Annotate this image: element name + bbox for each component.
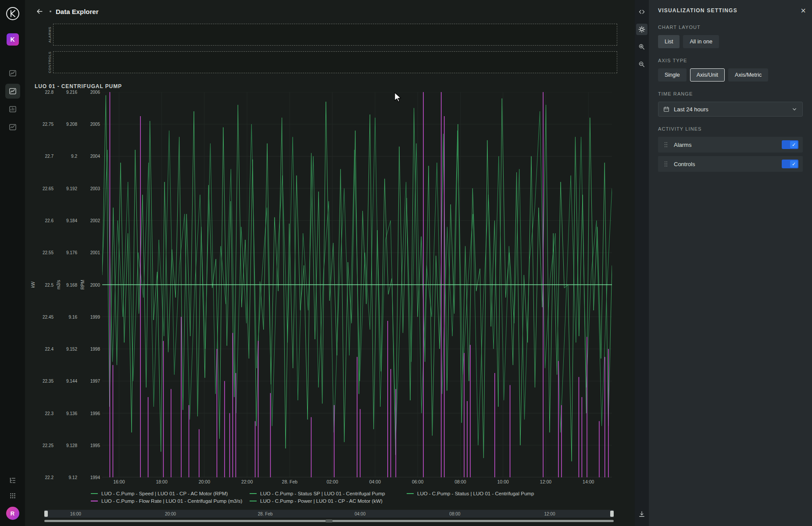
zoom-out-icon[interactable]	[636, 59, 647, 70]
axis-type-axis-metric-button[interactable]: Axis/Metric	[728, 68, 768, 82]
y-tick-label: 22.3	[45, 411, 54, 416]
y-tick-label: 9.208	[66, 122, 77, 127]
y-tick-label: 22.5	[45, 282, 54, 287]
timeline-left-handle[interactable]	[44, 511, 48, 517]
x-tick-label: 16:00	[113, 479, 125, 484]
legend-item[interactable]: LUO - C.Pump - Flow Rate | LUO 01 - Cent…	[91, 497, 250, 505]
y-tick-label: 22.35	[43, 379, 54, 384]
timeline-scrollbar-notch[interactable]	[326, 519, 333, 522]
y-tick-label: 2000	[90, 282, 100, 287]
chart-layout-list-button[interactable]: List	[658, 35, 680, 48]
legend-item[interactable]: LUO - C.Pump - Power | LUO 01 - CP - AC …	[250, 497, 407, 505]
settings-gear-icon[interactable]	[636, 24, 647, 35]
y-tick-label: 9.12	[69, 475, 77, 480]
sidebar-item-chart-1[interactable]	[5, 66, 20, 81]
controls-strip-track[interactable]	[53, 51, 617, 73]
y-tick-label: 9.168	[66, 282, 77, 287]
legend-label: LUO - C.Pump - Speed | LUO 01 - CP - AC …	[101, 491, 228, 496]
y-tick-label: 22.7	[45, 154, 54, 159]
tree-list-icon[interactable]	[8, 476, 17, 485]
activity-row-controls: Controls	[658, 156, 803, 172]
legend-item[interactable]: LUO - C.Pump - Speed | LUO 01 - CP - AC …	[91, 490, 250, 497]
y-tick-label: 2004	[90, 154, 100, 159]
y-tick-label: 9.176	[66, 250, 77, 255]
zoom-in-icon[interactable]	[636, 41, 647, 53]
chart-layout-all-in-one-button[interactable]: All in one	[683, 35, 719, 48]
legend-swatch	[250, 493, 257, 494]
checkbox-check-icon	[790, 141, 798, 148]
y-axis-rpm: RPM 200620052004200320022001200019991998…	[79, 92, 102, 477]
y-tick-label: 22.65	[43, 186, 54, 191]
timeline-tick-label: 28. Feb	[258, 512, 273, 516]
axis-type-axis-unit-button[interactable]: Axis/Unit	[690, 68, 725, 82]
timeline-tick-label: 04:00	[354, 512, 365, 516]
y-tick-label: 22.6	[45, 218, 54, 223]
timeline-right-handle[interactable]	[610, 511, 614, 517]
controls-strip-label: CONTROLS	[48, 49, 52, 75]
user-avatar[interactable]: R	[6, 507, 19, 520]
back-button[interactable]	[34, 6, 45, 17]
left-sidebar: K R	[0, 0, 25, 526]
alarms-strip: ALARMS	[53, 24, 617, 46]
y-tick-label: 9.128	[66, 443, 77, 448]
y-tick-label: 9.2	[71, 154, 77, 159]
alarms-toggle[interactable]	[782, 140, 798, 149]
chart-card: LUO 01 - CENTRIFUGAL PUMP kW 22.822.7522…	[25, 79, 635, 505]
y-tick-label: 9.152	[66, 346, 77, 351]
x-tick-label: 22:00	[241, 479, 253, 484]
timeline-tick-label: 16:00	[70, 512, 81, 516]
timeline-range-bar[interactable]: 16:0020:0028. Feb04:0008:0012:00	[44, 510, 614, 518]
workspace-avatar[interactable]: K	[7, 33, 19, 46]
activity-row-label: Alarms	[674, 142, 691, 148]
x-tick-label: 20:00	[199, 479, 210, 484]
topbar: Data Explorer	[25, 0, 635, 23]
app-logo-icon[interactable]	[5, 6, 20, 21]
legend-item[interactable]: LUO - C.Pump - Status | LUO 01 - Centrif…	[407, 490, 534, 497]
download-icon[interactable]	[636, 508, 647, 520]
close-icon[interactable]	[801, 6, 806, 15]
legend-item[interactable]: LUO - C.Pump - Status SP | LUO 01 - Cent…	[250, 490, 407, 497]
activity-lines-label: ACTIVITY LINES	[658, 126, 803, 132]
activity-row-alarms: Alarms	[658, 137, 803, 153]
x-tick-label: 10:00	[497, 479, 509, 484]
y-tick-label: 9.136	[66, 411, 77, 416]
y-tick-label: 9.16	[69, 314, 77, 319]
chart-title: LUO 01 - CENTRIFUGAL PUMP	[35, 83, 635, 89]
chart-legend: LUO - C.Pump - Speed | LUO 01 - CP - AC …	[91, 490, 635, 505]
controls-toggle[interactable]	[782, 160, 798, 168]
sidebar-item-chart-2-active[interactable]	[5, 84, 20, 99]
activity-strips: ALARMS CONTROLS	[25, 23, 635, 79]
collapse-panel-icon[interactable]	[636, 6, 647, 18]
y-tick-label: 22.8	[45, 90, 54, 95]
axis-type-section: AXIS TYPE Single Axis/Unit Axis/Metric	[649, 58, 812, 82]
y-tick-label: 1994	[90, 475, 100, 480]
legend-swatch	[91, 501, 98, 501]
sidebar-item-chart-3[interactable]	[5, 102, 20, 117]
x-tick-label: 06:00	[412, 479, 423, 484]
calendar-icon	[663, 106, 670, 113]
sidebar-item-chart-4[interactable]	[5, 120, 20, 135]
settings-panel-title: VISUALIZATION SETTINGS	[658, 7, 737, 14]
y-tick-label: 22.25	[43, 443, 54, 448]
chart-plot-area[interactable]	[102, 92, 612, 477]
timeline-tick-label: 12:00	[544, 512, 555, 516]
activity-lines-section: ACTIVITY LINES Alarms Controls	[649, 126, 812, 172]
right-tool-strip	[635, 0, 649, 526]
y-tick-label: 9.216	[66, 90, 77, 95]
x-tick-label: 04:00	[369, 479, 381, 484]
legend-label: LUO - C.Pump - Status | LUO 01 - Centrif…	[417, 491, 534, 496]
axis-type-single-button[interactable]: Single	[658, 68, 687, 82]
y-tick-label: 22.55	[43, 250, 54, 255]
apps-grid-icon[interactable]	[9, 492, 17, 500]
alarms-strip-track[interactable]	[53, 24, 617, 46]
y-tick-label: 22.4	[45, 346, 54, 351]
y-axis-unit-rpm: RPM	[80, 280, 85, 289]
drag-handle-icon[interactable]	[662, 160, 669, 167]
y-tick-label: 9.144	[66, 379, 77, 384]
time-range-dropdown[interactable]: Last 24 hours	[658, 102, 803, 117]
legend-label: LUO - C.Pump - Power | LUO 01 - CP - AC …	[260, 498, 383, 504]
y-tick-label: 1996	[90, 411, 100, 416]
drag-handle-icon[interactable]	[662, 141, 669, 148]
main-area: Data Explorer ALARMS CONTROLS LUO 01 - C…	[25, 0, 635, 526]
legend-swatch	[250, 501, 257, 501]
